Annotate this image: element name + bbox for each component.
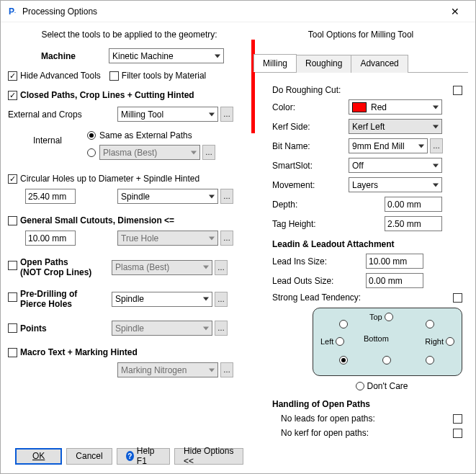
pos-tr-radio[interactable] <box>426 320 434 328</box>
same-external-radio[interactable] <box>87 131 96 140</box>
open-paths-checkbox[interactable]: Open Paths(NOT Crop Lines) <box>8 257 103 277</box>
bit-name-more-button[interactable]: … <box>430 138 443 153</box>
lead-outs-label: Lead Outs Size: <box>272 276 366 286</box>
tab-roughing[interactable]: Roughing <box>296 55 351 73</box>
window: P. Processing Options ✕ Select the tools… <box>0 0 476 474</box>
general-tool-select: True Hole <box>117 231 218 246</box>
no-kerf-checkbox[interactable] <box>453 429 462 438</box>
pre-drill-tool-select[interactable]: Spindle <box>112 292 212 307</box>
pos-right-radio[interactable] <box>446 337 454 346</box>
circular-tool-more-button[interactable]: … <box>220 189 233 204</box>
open-paths-header: Handling of Open Paths <box>272 393 462 411</box>
external-crops-label: External and Crops <box>8 109 117 120</box>
tab-bar: Milling Roughing Advanced <box>253 54 468 73</box>
tag-height-input[interactable] <box>385 216 442 231</box>
help-button[interactable]: ?Help F1 <box>117 448 170 465</box>
app-icon: P. <box>6 6 18 17</box>
checkbox-icon <box>8 174 17 184</box>
checkbox-icon <box>8 216 17 225</box>
filter-material-checkbox[interactable]: Filter tools by Material <box>109 71 206 81</box>
title-bar: P. Processing Options ✕ <box>1 1 475 22</box>
leadin-header: Leadin & Leadout Attachment <box>272 233 462 251</box>
color-label: Color: <box>272 102 349 112</box>
tab-advanced[interactable]: Advanced <box>351 55 408 73</box>
internal-tool-more-button[interactable]: … <box>202 145 215 160</box>
pos-top-radio[interactable] <box>385 313 393 321</box>
ok-button[interactable]: OK <box>15 448 62 465</box>
macro-tool-select: Marking Nitrogen <box>117 362 218 377</box>
macro-text-checkbox[interactable]: Macro Text + Marking Hinted <box>8 347 138 357</box>
points-tool-more-button[interactable]: … <box>215 321 228 336</box>
macro-tool-more-button[interactable]: … <box>220 362 233 377</box>
left-panel: Select the tools to be applied to the ge… <box>8 28 251 470</box>
kerf-side-label: Kerf Side: <box>272 122 349 132</box>
checkbox-icon <box>8 348 17 357</box>
pos-bl-radio[interactable] <box>339 356 348 365</box>
checkbox-icon <box>8 91 17 100</box>
lead-outs-input[interactable] <box>366 273 423 288</box>
right-header: Tool Options for Milling Tool <box>253 28 468 40</box>
circular-tool-select[interactable]: Spindle <box>117 189 218 204</box>
hide-advanced-checkbox[interactable]: Hide Advanced Tools <box>8 71 101 81</box>
machine-label: Machine <box>8 51 109 61</box>
no-leads-label: No leads for open paths: <box>281 413 375 424</box>
checkbox-icon <box>8 292 17 302</box>
no-kerf-label: No kerf for open paths: <box>281 428 369 438</box>
external-tool-select[interactable]: Milling Tool <box>117 107 218 122</box>
help-icon: ? <box>126 451 134 461</box>
strong-lead-checkbox[interactable] <box>453 293 462 303</box>
points-tool-select: Spindle <box>112 321 212 336</box>
do-roughing-checkbox[interactable] <box>453 86 462 95</box>
cancel-button[interactable]: Cancel <box>66 448 112 465</box>
movement-select[interactable]: Layers <box>349 177 442 192</box>
open-paths-tool-select: Plasma (Best) <box>112 260 212 275</box>
general-tool-more-button[interactable]: … <box>220 231 233 246</box>
general-cutouts-checkbox[interactable]: General Small Cutouts, Dimension <= <box>8 215 174 225</box>
internal-tool-select: Plasma (Best) <box>99 145 200 160</box>
right-label: Right <box>425 337 444 346</box>
dialog-footer: OK Cancel ?Help F1 Hide Options << <box>8 442 251 470</box>
movement-label: Movement: <box>272 180 349 190</box>
checkbox-icon <box>8 323 17 333</box>
pos-br-radio[interactable] <box>426 356 434 365</box>
color-select[interactable]: Red <box>349 99 442 115</box>
lead-ins-label: Lead Ins Size: <box>272 256 366 267</box>
tab-milling[interactable]: Milling <box>253 54 297 72</box>
external-tool-more-button[interactable]: … <box>220 107 233 122</box>
pos-bottom-radio[interactable] <box>382 356 391 365</box>
kerf-side-select[interactable]: Kerf Left <box>349 119 442 134</box>
internal-label: Internal <box>8 128 87 146</box>
general-dim-input[interactable] <box>25 231 76 246</box>
internal-other-radio[interactable] <box>87 148 96 157</box>
bottom-label: Bottom <box>364 334 389 343</box>
lead-position-box: Top Left Bottom Right <box>313 308 462 376</box>
pos-left-radio[interactable] <box>336 337 344 346</box>
pre-drilling-checkbox[interactable]: Pre-Drilling ofPierce Holes <box>8 289 103 309</box>
hide-options-button[interactable]: Hide Options << <box>174 448 243 465</box>
checkbox-icon <box>8 261 17 270</box>
machine-select[interactable]: Kinetic Machine <box>109 48 224 63</box>
pos-tl-radio[interactable] <box>339 320 348 328</box>
strong-lead-label: Strong Lead Tendency: <box>272 292 387 303</box>
closed-paths-checkbox[interactable]: Closed Paths, Crop Lines + Cutting Hinte… <box>8 90 194 100</box>
do-roughing-label: Do Roughing Cut: <box>272 85 349 95</box>
dont-care-radio[interactable] <box>356 382 364 390</box>
checkbox-icon <box>8 71 17 81</box>
points-checkbox[interactable]: Points <box>8 323 103 334</box>
depth-input[interactable] <box>385 197 442 212</box>
pre-drill-tool-more-button[interactable]: … <box>215 292 228 307</box>
lead-ins-input[interactable] <box>366 254 423 269</box>
circular-holes-checkbox[interactable]: Circular Holes up to Diameter + Spindle … <box>8 174 199 184</box>
bit-name-label: Bit Name: <box>272 141 349 151</box>
no-leads-checkbox[interactable] <box>453 414 462 424</box>
circular-diameter-input[interactable] <box>25 189 76 204</box>
right-panel: Tool Options for Milling Tool Milling Ro… <box>253 28 468 470</box>
bit-name-select[interactable]: 9mm End Mill <box>349 138 428 153</box>
smartslot-label: SmartSlot: <box>272 161 349 171</box>
left-header: Select the tools to be applied to the ge… <box>8 28 251 45</box>
depth-label: Depth: <box>272 200 349 210</box>
close-icon[interactable]: ✕ <box>441 1 470 22</box>
smartslot-select[interactable]: Off <box>349 158 442 173</box>
top-label: Top <box>369 313 382 321</box>
open-paths-tool-more-button[interactable]: … <box>215 260 228 275</box>
